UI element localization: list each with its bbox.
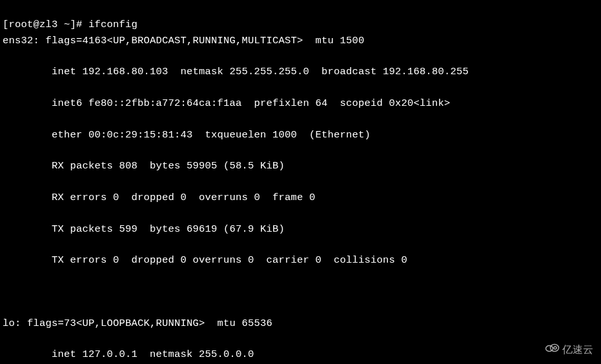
iface-ens32-tx-errors: TX errors 0 dropped 0 overruns 0 carrier…: [3, 252, 598, 268]
iface-ens32-ether: ether 00:0c:29:15:81:43 txqueuelen 1000 …: [3, 127, 598, 143]
iface-lo-inet: inet 127.0.0.1 netmask 255.0.0.0: [3, 347, 598, 362]
command-text: ifconfig: [88, 19, 138, 30]
iface-ens32-tx-packets: TX packets 599 bytes 69619 (67.9 KiB): [3, 221, 598, 237]
iface-lo-header: lo: flags=73<UP,LOOPBACK,RUNNING> mtu 65…: [3, 316, 598, 331]
watermark-badge: 亿速云: [544, 341, 593, 358]
terminal-output: [root@zl3 ~]# ifconfig ens32: flags=4163…: [0, 0, 601, 364]
svg-point-2: [554, 347, 556, 349]
svg-point-1: [551, 344, 559, 351]
blank-line: [3, 284, 598, 299]
iface-ens32-rx-errors: RX errors 0 dropped 0 overruns 0 frame 0: [3, 190, 598, 205]
iface-ens32-inet: inet 192.168.80.103 netmask 255.255.255.…: [3, 64, 598, 79]
shell-prompt: [root@zl3 ~]#: [3, 19, 88, 30]
iface-ens32-inet6: inet6 fe80::2fbb:a772:64ca:f1aa prefixle…: [3, 96, 598, 111]
watermark-text: 亿速云: [562, 341, 593, 358]
iface-ens32-header: ens32: flags=4163<UP,BROADCAST,RUNNING,M…: [3, 33, 598, 48]
cloud-icon: [544, 341, 560, 358]
iface-ens32-rx-packets: RX packets 808 bytes 59905 (58.5 KiB): [3, 158, 598, 174]
